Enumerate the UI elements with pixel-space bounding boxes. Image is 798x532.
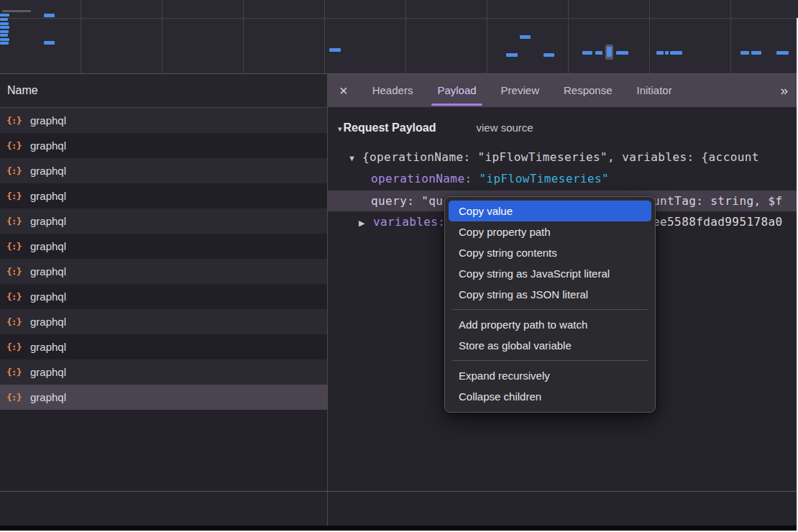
timeline-bar bbox=[0, 22, 9, 25]
menu-item-expand-recursively[interactable]: Expand recursively bbox=[449, 365, 651, 386]
network-requests-panel: Name {:}graphql{:}graphql{:}graphql{:}gr… bbox=[0, 74, 328, 491]
request-name-label: graphql bbox=[30, 366, 66, 378]
network-request-row[interactable]: {:}graphql bbox=[0, 309, 327, 334]
timeline-bar bbox=[0, 14, 9, 17]
menu-item-copy-string-as-json-literal[interactable]: Copy string as JSON literal bbox=[449, 284, 651, 305]
more-tabs-icon[interactable]: » bbox=[780, 83, 786, 98]
network-request-row[interactable]: {:}graphql bbox=[0, 133, 327, 158]
menu-separator bbox=[452, 309, 648, 310]
timeline-bar bbox=[520, 35, 531, 39]
close-panel-icon[interactable]: × bbox=[339, 74, 348, 107]
tab-headers[interactable]: Headers bbox=[372, 74, 413, 107]
menu-item-copy-property-path[interactable]: Copy property path bbox=[449, 221, 651, 242]
network-request-row[interactable]: {:}graphql bbox=[0, 259, 327, 284]
timeline-bar bbox=[582, 51, 592, 55]
payload-root-row[interactable]: ▼{operationName: "ipFlowTimeseries", var… bbox=[328, 147, 798, 168]
selected-request-marker bbox=[605, 45, 613, 60]
root-preview-text: {operationName: "ipFlowTimeseries", vari… bbox=[362, 150, 759, 164]
property-key: query bbox=[371, 194, 414, 208]
menu-item-store-as-global-variable[interactable]: Store as global variable bbox=[449, 335, 651, 356]
timeline-bar bbox=[776, 51, 789, 55]
request-details-panel: × HeadersPayloadPreviewResponseInitiator… bbox=[328, 74, 798, 491]
timeline-horizontal-gridline bbox=[0, 18, 798, 19]
tab-payload[interactable]: Payload bbox=[437, 74, 476, 107]
timeline-bar bbox=[656, 51, 664, 55]
timeline-bar-gray bbox=[2, 10, 31, 12]
request-name-label: graphql bbox=[30, 316, 66, 328]
timeline-bar bbox=[751, 51, 761, 55]
network-request-row[interactable]: {:}graphql bbox=[0, 284, 327, 309]
timeline-bar bbox=[0, 34, 8, 37]
timeline-bar bbox=[44, 14, 55, 17]
network-request-row[interactable]: {:}graphql bbox=[0, 208, 327, 234]
tab-initiator[interactable]: Initiator bbox=[637, 74, 672, 107]
property-key: variables bbox=[373, 215, 445, 229]
tab-response[interactable]: Response bbox=[564, 74, 613, 107]
json-request-icon: {:} bbox=[6, 216, 24, 226]
section-collapse-icon[interactable]: ▾ bbox=[338, 124, 342, 133]
menu-item-add-property-path-to-watch[interactable]: Add property path to watch bbox=[449, 314, 651, 335]
variables-expand-icon[interactable]: ▶ bbox=[359, 213, 373, 232]
json-request-icon: {:} bbox=[6, 165, 24, 176]
property-value-left-fragment: "qu bbox=[421, 194, 443, 208]
selected-request-bar bbox=[607, 47, 612, 57]
request-name-label: graphql bbox=[30, 139, 66, 152]
menu-separator bbox=[452, 360, 648, 361]
context-menu: Copy valueCopy property pathCopy string … bbox=[444, 196, 656, 413]
network-overview-timeline[interactable] bbox=[0, 0, 798, 74]
request-name-label: graphql bbox=[30, 240, 66, 252]
property-value-right-fragment: untTag: string, $f bbox=[653, 191, 783, 211]
json-request-icon: {:} bbox=[6, 316, 24, 327]
request-name-label: graphql bbox=[30, 391, 66, 403]
request-name-label: graphql bbox=[30, 265, 66, 278]
property-row-operationname[interactable]: operationName"ipFlowTimeseries" bbox=[328, 168, 798, 189]
devtools-network-panel: Name {:}graphql{:}graphql{:}graphql{:}gr… bbox=[0, 0, 798, 532]
root-expanded-icon[interactable]: ▼ bbox=[348, 148, 362, 168]
request-payload-section-header[interactable]: ▾Request Payloadview source bbox=[338, 117, 533, 139]
timeline-bar bbox=[506, 53, 518, 57]
network-request-row[interactable]: {:}graphql bbox=[0, 234, 327, 259]
request-name-label: graphql bbox=[30, 165, 66, 177]
request-name-label: graphql bbox=[30, 290, 66, 303]
request-name-label: graphql bbox=[30, 190, 66, 202]
network-request-row[interactable]: {:}graphql bbox=[0, 158, 327, 183]
timeline-bar bbox=[44, 41, 55, 45]
timeline-bar bbox=[665, 51, 669, 55]
request-name-label: graphql bbox=[30, 341, 66, 353]
network-request-row[interactable]: {:}graphql bbox=[0, 359, 327, 385]
json-request-icon: {:} bbox=[6, 341, 24, 352]
name-column-label: Name bbox=[7, 84, 38, 96]
timeline-bar bbox=[616, 51, 628, 55]
name-column-header[interactable]: Name bbox=[0, 74, 327, 108]
menu-item-copy-string-contents[interactable]: Copy string contents bbox=[449, 242, 651, 263]
timeline-bar bbox=[0, 42, 9, 45]
timeline-bar bbox=[0, 30, 9, 33]
timeline-bar bbox=[0, 38, 9, 41]
variables-preview-fragment: ee5588fdad995178a0 bbox=[653, 211, 783, 232]
menu-item-copy-value[interactable]: Copy value bbox=[449, 201, 651, 221]
timeline-bar bbox=[544, 53, 554, 57]
json-request-icon: {:} bbox=[6, 367, 24, 377]
timeline-bar bbox=[0, 26, 9, 29]
timeline-bar bbox=[670, 51, 682, 55]
tab-preview[interactable]: Preview bbox=[501, 74, 539, 107]
request-name-label: graphql bbox=[30, 215, 66, 227]
json-request-icon: {:} bbox=[6, 191, 24, 201]
network-request-row[interactable]: {:}graphql bbox=[0, 183, 327, 208]
json-request-icon: {:} bbox=[6, 241, 24, 252]
json-request-icon: {:} bbox=[6, 115, 24, 126]
json-request-icon: {:} bbox=[6, 140, 24, 151]
summary-column-divider bbox=[327, 492, 328, 526]
network-request-row[interactable]: {:}graphql bbox=[0, 385, 327, 410]
timeline-bar bbox=[740, 51, 749, 55]
menu-item-collapse-children[interactable]: Collapse children bbox=[449, 386, 651, 407]
json-request-icon: {:} bbox=[6, 291, 24, 302]
view-source-link[interactable]: view source bbox=[476, 121, 533, 134]
property-value: "ipFlowTimeseries" bbox=[479, 172, 609, 185]
network-request-row[interactable]: {:}graphql bbox=[0, 334, 327, 359]
property-key: operationName bbox=[371, 172, 472, 185]
network-request-row[interactable]: {:}graphql bbox=[0, 108, 327, 133]
menu-item-copy-string-as-javascript-literal[interactable]: Copy string as JavaScript literal bbox=[449, 263, 651, 284]
json-request-icon: {:} bbox=[6, 392, 24, 403]
json-request-icon: {:} bbox=[6, 266, 24, 277]
